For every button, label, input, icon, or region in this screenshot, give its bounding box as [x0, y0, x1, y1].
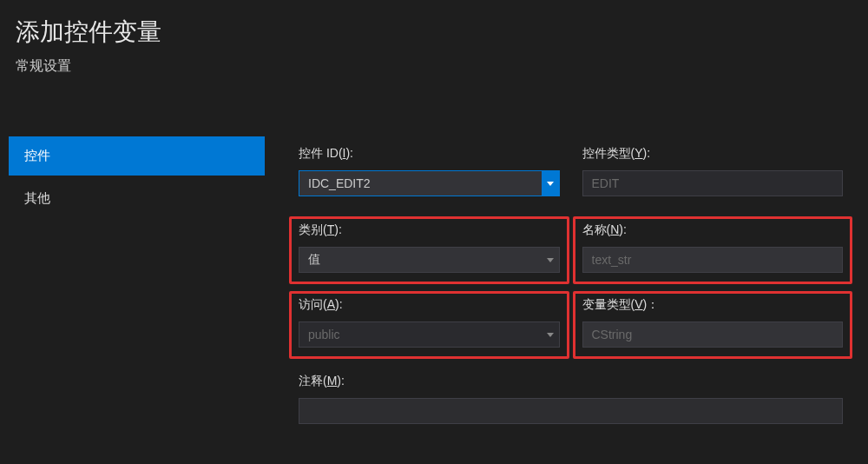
category-label: 类别(T):	[299, 222, 560, 238]
form-row-2: 类别(T): 值 名称(N):	[289, 216, 852, 284]
main-panel: 控件 ID(I): IDC_EDIT2 控件类型(Y): EDIT	[265, 136, 868, 435]
chevron-down-icon	[542, 322, 559, 347]
page-title: 添加控件变量	[16, 16, 852, 49]
access-dropdown[interactable]: public	[299, 321, 560, 348]
sidebar-item-other[interactable]: 其他	[9, 179, 265, 218]
header: 添加控件变量 常规设置	[0, 0, 868, 102]
name-input[interactable]	[582, 247, 844, 273]
category-group: 类别(T): 值	[289, 216, 569, 284]
vartype-input[interactable]	[582, 321, 844, 348]
access-group: 访问(A): public	[289, 291, 569, 359]
page-subtitle: 常规设置	[16, 57, 852, 76]
comment-group: 注释(M):	[289, 368, 852, 435]
vartype-group: 变量类型(V)：	[573, 291, 853, 359]
access-label: 访问(A):	[299, 297, 560, 313]
form-row-1: 控件 ID(I): IDC_EDIT2 控件类型(Y): EDIT	[289, 140, 852, 208]
name-group: 名称(N):	[573, 216, 853, 284]
control-type-group: 控件类型(Y): EDIT	[573, 140, 853, 208]
sidebar-item-label: 其他	[24, 190, 50, 205]
chevron-down-icon	[542, 171, 559, 196]
control-id-label: 控件 ID(I):	[299, 146, 560, 162]
name-label: 名称(N):	[582, 222, 844, 238]
comment-input[interactable]	[299, 398, 843, 424]
control-id-value: IDC_EDIT2	[299, 176, 542, 190]
category-dropdown[interactable]: 值	[299, 247, 560, 273]
control-type-field: EDIT	[582, 170, 844, 196]
control-type-label: 控件类型(Y):	[582, 146, 844, 162]
chevron-down-icon	[542, 248, 559, 272]
sidebar-item-label: 控件	[24, 148, 50, 162]
control-id-dropdown[interactable]: IDC_EDIT2	[299, 170, 560, 196]
content-area: 控件 其他 控件 ID(I): IDC_EDIT2 控件类型	[0, 136, 868, 435]
control-id-group: 控件 ID(I): IDC_EDIT2	[289, 140, 569, 208]
vartype-label: 变量类型(V)：	[582, 297, 844, 313]
sidebar-item-control[interactable]: 控件	[9, 136, 265, 176]
comment-label: 注释(M):	[299, 374, 843, 389]
control-type-value: EDIT	[583, 176, 843, 190]
category-value: 值	[299, 252, 542, 268]
sidebar: 控件 其他	[0, 136, 265, 435]
form-row-3: 访问(A): public 变量类型(V)：	[289, 291, 852, 359]
access-value: public	[299, 328, 542, 341]
